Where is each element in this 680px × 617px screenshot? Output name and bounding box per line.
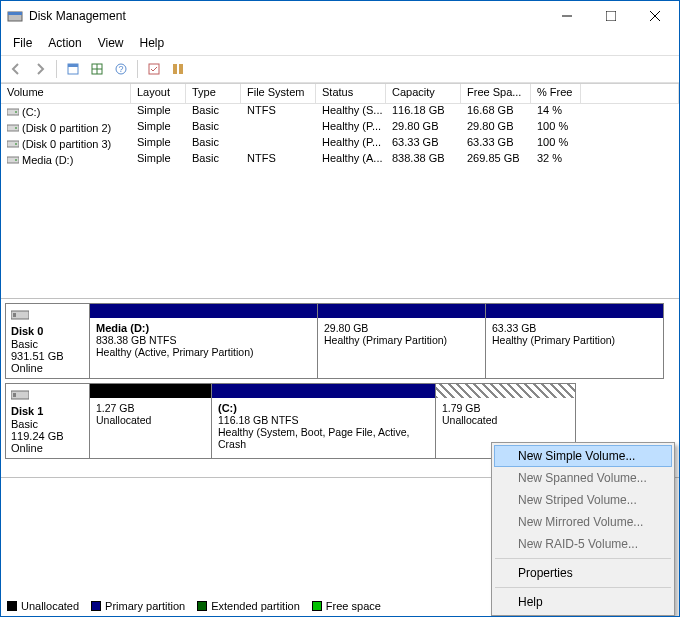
svg-point-21 [15,143,17,145]
ctx-new-striped-volume: New Striped Volume... [494,489,672,511]
ctx-new-simple-volume[interactable]: New Simple Volume... [494,445,672,467]
svg-rect-20 [7,141,19,147]
partition[interactable]: 29.80 GBHealthy (Primary Partition) [317,303,486,379]
col-fs[interactable]: File System [241,84,316,104]
disk-header[interactable]: Disk 1Basic119.24 GBOnline [5,383,90,459]
context-menu: New Simple Volume... New Spanned Volume.… [491,442,675,616]
menu-help[interactable]: Help [132,33,173,53]
svg-rect-27 [13,393,16,397]
partition[interactable]: 63.33 GBHealthy (Primary Partition) [485,303,664,379]
window-title: Disk Management [29,9,545,23]
help-button[interactable]: ? [110,58,132,80]
menu-view[interactable]: View [90,33,132,53]
svg-rect-22 [7,157,19,163]
drive-icon [7,123,19,133]
back-button[interactable] [5,58,27,80]
disk-icon [11,388,29,402]
col-status[interactable]: Status [316,84,386,104]
drive-icon [7,155,19,165]
menu-action[interactable]: Action [40,33,89,53]
forward-button[interactable] [29,58,51,80]
col-free[interactable]: Free Spa... [461,84,531,104]
legend-extended: Extended partition [211,600,300,612]
table-row[interactable]: (Disk 0 partition 2)SimpleBasicHealthy (… [1,120,679,136]
ctx-help[interactable]: Help [494,591,672,613]
legend-free: Free space [326,600,381,612]
ctx-new-mirrored-volume: New Mirrored Volume... [494,511,672,533]
table-row[interactable]: (C:)SimpleBasicNTFSHealthy (S...116.18 G… [1,104,679,120]
svg-rect-14 [173,64,177,74]
app-icon [7,8,23,24]
col-volume[interactable]: Volume [1,84,131,104]
toolbar: ? [1,55,679,83]
legend-unallocated: Unallocated [21,600,79,612]
svg-rect-15 [179,64,183,74]
svg-rect-13 [149,64,159,74]
svg-rect-1 [8,12,22,15]
partition[interactable]: 1.27 GBUnallocated [89,383,212,459]
toolbar-icon-5[interactable] [167,58,189,80]
col-capacity[interactable]: Capacity [386,84,461,104]
svg-point-19 [15,127,17,129]
disk-header[interactable]: Disk 0Basic931.51 GBOnline [5,303,90,379]
svg-rect-25 [13,313,16,317]
minimize-button[interactable] [545,2,589,30]
col-layout[interactable]: Layout [131,84,186,104]
disk-icon [11,308,29,322]
svg-point-17 [15,111,17,113]
partition[interactable]: (C:)116.18 GB NTFSHealthy (System, Boot,… [211,383,436,459]
legend: Unallocated Primary partition Extended p… [7,600,381,612]
menubar: File Action View Help [1,31,679,55]
menu-file[interactable]: File [5,33,40,53]
table-row[interactable]: (Disk 0 partition 3)SimpleBasicHealthy (… [1,136,679,152]
toolbar-icon-4[interactable] [143,58,165,80]
svg-rect-3 [606,11,616,21]
volume-table: Volume Layout Type File System Status Ca… [1,83,679,298]
toolbar-icon-1[interactable] [62,58,84,80]
svg-point-23 [15,159,17,161]
svg-rect-16 [7,109,19,115]
table-row[interactable]: Media (D:)SimpleBasicNTFSHealthy (A...83… [1,152,679,168]
close-button[interactable] [633,2,677,30]
svg-text:?: ? [118,64,123,74]
refresh-button[interactable] [86,58,108,80]
svg-rect-7 [68,64,78,67]
col-pct[interactable]: % Free [531,84,581,104]
drive-icon [7,107,19,117]
ctx-new-spanned-volume: New Spanned Volume... [494,467,672,489]
maximize-button[interactable] [589,2,633,30]
svg-rect-18 [7,125,19,131]
drive-icon [7,139,19,149]
ctx-new-raid5-volume: New RAID-5 Volume... [494,533,672,555]
ctx-properties[interactable]: Properties [494,562,672,584]
partition[interactable]: Media (D:)838.38 GB NTFSHealthy (Active,… [89,303,318,379]
disk-row: Disk 0Basic931.51 GBOnlineMedia (D:)838.… [5,303,675,379]
col-type[interactable]: Type [186,84,241,104]
col-empty[interactable] [581,84,679,104]
legend-primary: Primary partition [105,600,185,612]
